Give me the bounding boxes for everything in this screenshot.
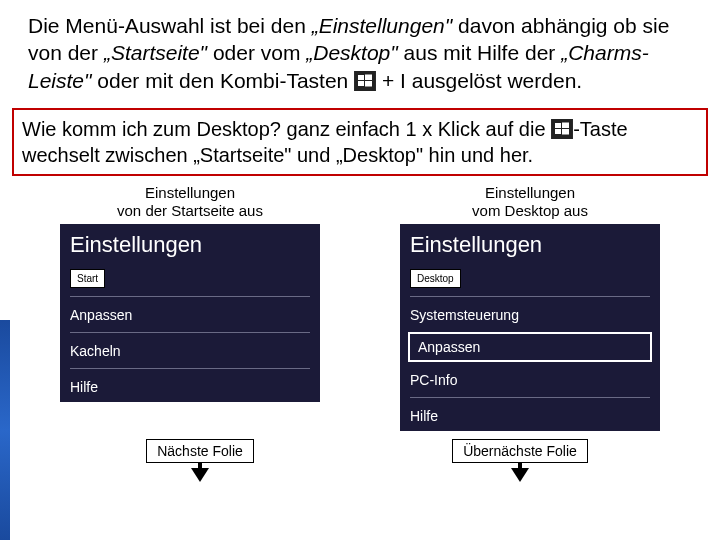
divider	[70, 368, 310, 369]
divider	[70, 296, 310, 297]
after-next-slide-pointer: Übernächste Folie	[360, 439, 680, 483]
svg-rect-7	[562, 122, 569, 128]
text: Die Menü-Auswahl ist bei den	[28, 14, 312, 37]
text: wechselt zwischen	[22, 144, 193, 166]
menu-item-hilfe[interactable]: Hilfe	[400, 400, 660, 431]
text: aus mit Hilfe der	[398, 41, 561, 64]
text: hin und her.	[423, 144, 533, 166]
text: oder vom	[207, 41, 306, 64]
svg-rect-3	[358, 81, 364, 86]
title-line: vom Desktop aus	[472, 202, 588, 219]
svg-rect-8	[555, 129, 561, 134]
settings-panel-start: Einstellungen Start Anpassen Kacheln Hil…	[60, 224, 320, 402]
decorative-strip	[0, 320, 10, 540]
after-next-slide-label: Übernächste Folie	[452, 439, 588, 463]
windows-key-icon	[354, 71, 376, 91]
footer-arrows: Nächste Folie Übernächste Folie	[0, 439, 720, 483]
right-column-title: Einstellungen vom Desktop aus	[380, 184, 680, 220]
svg-rect-2	[365, 74, 372, 80]
next-slide-pointer: Nächste Folie	[40, 439, 360, 483]
divider	[410, 296, 650, 297]
context-label: Start	[70, 269, 105, 288]
context-label: Desktop	[410, 269, 461, 288]
arrow-down-icon	[511, 468, 529, 482]
left-column-title: Einstellungen von der Startseite aus	[40, 184, 340, 220]
text: oder mit den Kombi-Tasten	[92, 69, 355, 92]
menu-item-pc-info[interactable]: PC-Info	[400, 364, 660, 395]
svg-rect-4	[365, 81, 372, 87]
title-line: Einstellungen	[145, 184, 235, 201]
quote-einstellungen: „Einstellungen"	[312, 14, 453, 37]
title-line: von der Startseite aus	[117, 202, 263, 219]
intro-paragraph: Die Menü-Auswahl ist bei den „Einstellun…	[0, 0, 720, 100]
quote-startseite: „Startseite"	[193, 144, 291, 166]
panel-header: Einstellungen	[400, 224, 660, 268]
next-slide-label: Nächste Folie	[146, 439, 254, 463]
divider	[70, 332, 310, 333]
menu-item-systemsteuerung[interactable]: Systemsteuerung	[400, 299, 660, 330]
settings-panel-desktop: Einstellungen Desktop Systemsteuerung An…	[400, 224, 660, 431]
menu-item-anpassen[interactable]: Anpassen	[60, 299, 320, 330]
panel-header: Einstellungen	[60, 224, 320, 268]
svg-rect-6	[555, 123, 561, 128]
right-column: Einstellungen vom Desktop aus Einstellun…	[380, 184, 680, 431]
text: -Taste	[573, 118, 627, 140]
title-line: Einstellungen	[485, 184, 575, 201]
menu-item-hilfe[interactable]: Hilfe	[60, 371, 320, 402]
text: + I ausgelöst werden.	[376, 69, 582, 92]
svg-rect-9	[562, 129, 569, 135]
arrow-down-icon	[191, 468, 209, 482]
divider	[410, 397, 650, 398]
comparison-columns: Einstellungen von der Startseite aus Ein…	[0, 184, 720, 431]
text: Wie komm ich zum Desktop? ganz einfach 1…	[22, 118, 551, 140]
menu-item-anpassen[interactable]: Anpassen	[408, 332, 652, 362]
quote-startseite: „Startseite"	[104, 41, 207, 64]
quote-desktop: „Desktop"	[306, 41, 398, 64]
text: und	[291, 144, 335, 166]
windows-key-icon	[551, 119, 573, 139]
svg-rect-1	[358, 75, 364, 80]
menu-item-kacheln[interactable]: Kacheln	[60, 335, 320, 366]
tip-box: Wie komm ich zum Desktop? ganz einfach 1…	[12, 108, 708, 176]
left-column: Einstellungen von der Startseite aus Ein…	[40, 184, 340, 431]
quote-desktop: „Desktop"	[336, 144, 423, 166]
